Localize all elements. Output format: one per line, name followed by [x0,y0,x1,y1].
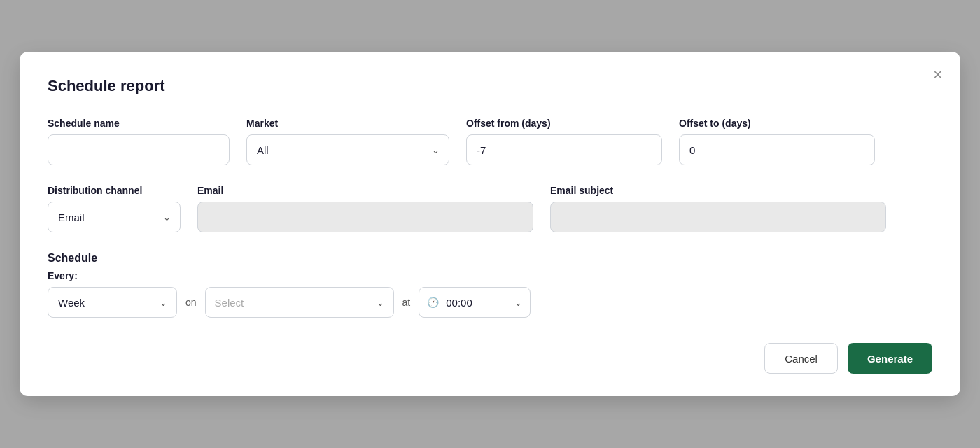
schedule-name-label: Schedule name [48,118,230,129]
modal-overlay: × Schedule report Schedule name Market A… [0,0,980,448]
cancel-button[interactable]: Cancel [764,343,838,374]
market-group: Market All US EU APAC ⌄ [246,118,449,165]
day-select-wrapper: Monday Tuesday Wednesday Thursday Friday… [205,287,394,318]
distribution-channel-label: Distribution channel [48,185,181,196]
offset-from-input[interactable] [466,134,662,165]
frequency-select-wrapper: Day Week Month ⌄ [48,287,177,318]
form-row-2: Distribution channel Email Slack SMS ⌄ E… [48,185,932,232]
market-select-wrapper: All US EU APAC ⌄ [246,134,449,165]
schedule-name-group: Schedule name [48,118,230,165]
modal-title: Schedule report [48,77,932,95]
offset-from-label: Offset from (days) [466,118,662,129]
generate-button[interactable]: Generate [848,343,932,374]
market-select[interactable]: All US EU APAC [246,134,449,165]
day-select[interactable]: Monday Tuesday Wednesday Thursday Friday… [205,287,394,318]
schedule-section-label: Schedule [48,252,932,265]
close-button[interactable]: × [930,64,945,85]
email-subject-label: Email subject [550,185,886,196]
every-label: Every: [48,270,932,281]
schedule-report-modal: × Schedule report Schedule name Market A… [20,52,960,396]
schedule-name-input[interactable] [48,134,230,165]
email-subject-group: Email subject [550,185,886,232]
on-label: on [186,297,197,308]
offset-from-group: Offset from (days) [466,118,662,165]
email-group: Email [197,185,533,232]
offset-to-label: Offset to (days) [679,118,875,129]
form-row-1: Schedule name Market All US EU APAC ⌄ Of… [48,118,932,165]
email-label: Email [197,185,533,196]
distribution-channel-select[interactable]: Email Slack SMS [48,202,181,232]
market-label: Market [246,118,449,129]
modal-footer: Cancel Generate [48,343,932,374]
time-select-wrapper: 🕐 00:00 01:00 02:00 03:00 04:00 05:00 06… [419,287,531,318]
frequency-select[interactable]: Day Week Month [48,287,177,318]
email-input[interactable] [197,202,533,232]
time-select[interactable]: 00:00 01:00 02:00 03:00 04:00 05:00 06:0… [419,287,531,318]
schedule-section: Schedule Every: Day Week Month ⌄ on Mond… [48,252,932,318]
at-label: at [402,297,411,308]
distribution-channel-select-wrapper: Email Slack SMS ⌄ [48,202,181,232]
offset-to-group: Offset to (days) [679,118,875,165]
offset-to-input[interactable] [679,134,875,165]
schedule-row: Day Week Month ⌄ on Monday Tuesday Wedne… [48,287,932,318]
distribution-channel-group: Distribution channel Email Slack SMS ⌄ [48,185,181,232]
email-subject-input[interactable] [550,202,886,232]
